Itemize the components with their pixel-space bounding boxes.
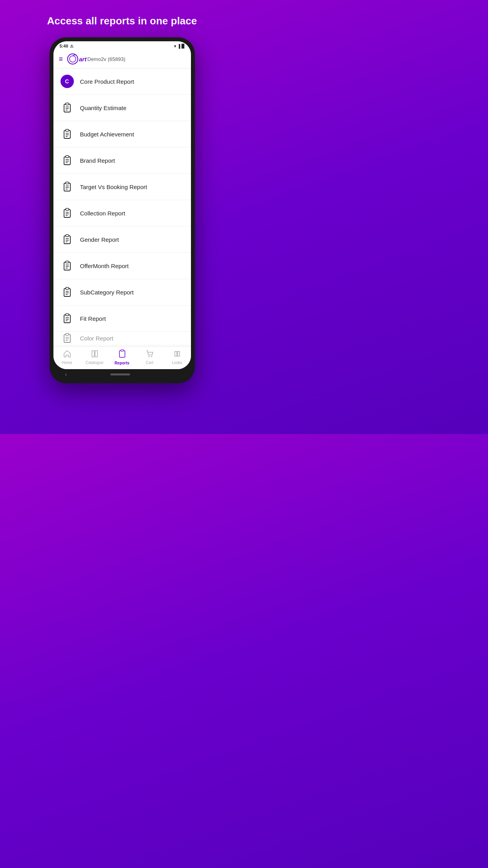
svg-rect-23 (64, 210, 70, 217)
hero-title: Access all reports in one place (24, 0, 221, 37)
report-label: Core Product Report (80, 78, 134, 85)
svg-rect-49 (66, 333, 69, 335)
nav-item-cart[interactable]: Cart (139, 350, 161, 365)
nav-item-catalogue[interactable]: Catalogue (84, 350, 106, 365)
report-item[interactable]: Budget Achievement (53, 121, 191, 147)
phone-screen: 5:40 ⚠ ▾ ▐ ▉ ≡ art Demo2v (65893) (53, 41, 191, 369)
svg-rect-28 (64, 236, 70, 244)
report-icon-clipboard (61, 259, 74, 272)
svg-rect-56 (121, 350, 123, 351)
report-icon-clipboard (61, 154, 74, 167)
report-label: Gender Report (80, 236, 119, 243)
nav-icon-catalogue (91, 350, 99, 360)
back-button[interactable]: ‹ (65, 371, 67, 377)
nav-icon-cart (146, 350, 154, 360)
svg-point-0 (68, 54, 78, 64)
signal-icon: ▐ (177, 44, 180, 48)
report-label: Color Report (80, 335, 114, 342)
report-icon-clipboard (61, 206, 74, 220)
wifi-icon: ▾ (174, 44, 176, 48)
svg-rect-55 (119, 351, 125, 357)
svg-line-2 (73, 55, 75, 56)
phone-shell: 5:40 ⚠ ▾ ▐ ▉ ≡ art Demo2v (65893) (50, 37, 195, 383)
report-label: Target Vs Booking Report (80, 184, 147, 190)
svg-rect-13 (64, 157, 70, 165)
report-label: OfferMonth Report (80, 263, 129, 269)
nav-item-looks[interactable]: Looks (166, 350, 188, 365)
svg-rect-3 (64, 104, 70, 112)
nav-icon-looks (173, 350, 181, 360)
report-list: C Core Product Report Quantity Estimate … (53, 68, 191, 346)
report-label: Fit Report (80, 315, 106, 322)
svg-rect-24 (66, 208, 69, 210)
report-label: Quantity Estimate (80, 105, 127, 111)
svg-rect-18 (64, 183, 70, 191)
svg-rect-9 (66, 129, 69, 131)
status-time: 5:40 (60, 44, 68, 48)
report-icon-clipboard (61, 180, 74, 193)
report-item[interactable]: Target Vs Booking Report (53, 174, 191, 200)
report-label: Budget Achievement (80, 131, 134, 138)
nav-label-reports: Reports (115, 361, 130, 365)
report-label: Collection Report (80, 210, 125, 217)
svg-rect-34 (66, 261, 69, 263)
nav-icon-reports (118, 349, 126, 360)
svg-rect-48 (64, 335, 70, 342)
svg-rect-33 (64, 262, 70, 270)
report-label: SubCategory Report (80, 289, 134, 296)
report-item[interactable]: Quantity Estimate (53, 95, 191, 121)
report-item[interactable]: Collection Report (53, 200, 191, 226)
svg-rect-8 (64, 131, 70, 138)
home-pill (110, 373, 130, 375)
report-icon-clipboard (61, 312, 74, 325)
report-item[interactable]: Gender Report (53, 226, 191, 253)
nav-label-cart: Cart (146, 360, 153, 365)
report-item[interactable]: Brand Report (53, 147, 191, 174)
report-icon-clipboard (61, 233, 74, 246)
phone-bottom-bar: ‹ (53, 369, 191, 379)
nav-item-reports[interactable]: Reports (111, 349, 133, 365)
report-icon-clipboard (61, 127, 74, 141)
report-icon-clipboard (61, 285, 74, 299)
svg-point-58 (151, 356, 152, 357)
report-item[interactable]: SubCategory Report (53, 279, 191, 305)
report-item[interactable]: Color Report (53, 332, 191, 345)
svg-point-1 (70, 56, 76, 62)
svg-rect-29 (66, 235, 69, 237)
svg-rect-43 (64, 315, 70, 323)
account-name: Demo2v (65893) (87, 56, 125, 62)
nav-label-catalogue: Catalogue (86, 360, 104, 365)
report-item[interactable]: Fit Report (53, 305, 191, 332)
status-bar: 5:40 ⚠ ▾ ▐ ▉ (53, 41, 191, 50)
svg-rect-54 (95, 351, 97, 357)
svg-rect-44 (66, 314, 69, 316)
svg-rect-19 (66, 182, 69, 184)
nav-item-home[interactable]: Home (56, 350, 78, 365)
svg-rect-14 (66, 156, 69, 158)
report-icon-circle: C (61, 75, 74, 88)
nav-label-home: Home (62, 360, 72, 365)
report-item[interactable]: C Core Product Report (53, 68, 191, 95)
svg-rect-4 (66, 103, 69, 105)
svg-rect-38 (64, 289, 70, 296)
nav-icon-home (63, 350, 71, 360)
svg-rect-39 (66, 287, 69, 289)
app-header: ≡ art Demo2v (65893) (53, 50, 191, 68)
report-item[interactable]: OfferMonth Report (53, 253, 191, 279)
nav-label-looks: Looks (172, 360, 182, 365)
menu-icon[interactable]: ≡ (59, 55, 63, 63)
report-label: Brand Report (80, 157, 115, 164)
bottom-nav: Home Catalogue Reports Cart Looks (53, 346, 191, 369)
report-icon-clipboard (61, 332, 74, 345)
svg-point-57 (148, 356, 149, 357)
svg-rect-53 (92, 351, 94, 357)
status-alert: ⚠ (70, 44, 73, 48)
brand-logo-svg (67, 53, 79, 65)
report-icon-clipboard (61, 101, 74, 114)
brand-logo: art Demo2v (65893) (67, 53, 125, 65)
battery-icon: ▉ (182, 44, 185, 48)
